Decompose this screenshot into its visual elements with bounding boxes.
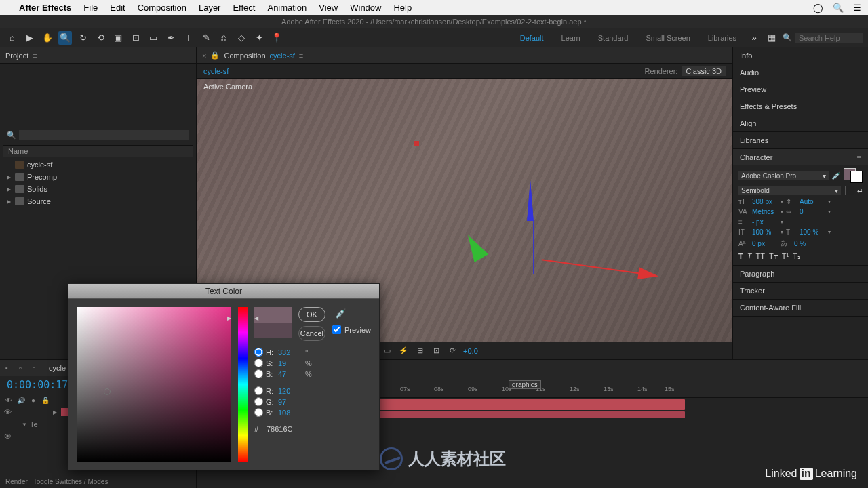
s-radio[interactable] (254, 359, 263, 367)
3d-gizmo[interactable] (522, 275, 523, 276)
tracking-value[interactable]: 0 (800, 208, 825, 216)
baseline-value[interactable]: 0 px (752, 240, 778, 247)
dialog-title[interactable]: Text Color (68, 284, 379, 299)
layer2-visibility-icon[interactable]: 👁 (4, 432, 14, 441)
brush-tool-icon[interactable]: ✎ (199, 31, 213, 45)
app-name[interactable]: After Effects (19, 3, 71, 13)
workspace-libraries[interactable]: Libraries (701, 32, 743, 44)
layer-twirl-icon[interactable]: ▶ (53, 409, 58, 415)
flowchart-icon[interactable]: ▫ (33, 364, 43, 372)
project-search-input[interactable] (19, 130, 189, 140)
renderer-mode[interactable]: Classic 3D (682, 66, 726, 76)
hand-tool-icon[interactable]: ✋ (41, 31, 54, 45)
anchor-tool-icon[interactable]: ⊡ (129, 31, 142, 45)
eraser-tool-icon[interactable]: ◇ (235, 31, 248, 45)
vscale-value[interactable]: 100 % (752, 228, 778, 236)
orbit-tool-icon[interactable]: ↻ (76, 31, 90, 45)
panel-effects-presets[interactable]: Effects & Presets (733, 98, 868, 115)
superscript-button[interactable]: T¹ (782, 252, 789, 261)
audio-col-icon[interactable]: 🔊 (16, 396, 26, 404)
solo-col-icon[interactable]: ● (28, 396, 38, 404)
b-value[interactable]: 47 (278, 370, 302, 378)
panel-tracker[interactable]: Tracker (733, 283, 868, 299)
swap-colors-icon[interactable]: ⇄ (857, 187, 863, 194)
panel-menu-icon[interactable]: ≡ (33, 52, 37, 60)
selection-tool-icon[interactable]: ▶ (23, 31, 37, 45)
rotate-tool-icon[interactable]: ⟲ (94, 31, 107, 45)
panel-paragraph[interactable]: Paragraph (733, 266, 868, 282)
exposure-value[interactable]: +0.0 (463, 347, 478, 355)
comp-tab-name[interactable]: cycle-sf (270, 52, 295, 60)
close-tab-icon[interactable]: × (202, 52, 206, 60)
color-field-cursor[interactable] (104, 388, 111, 395)
hscale-value[interactable]: 100 % (800, 228, 825, 236)
ok-button[interactable]: OK (298, 307, 326, 322)
g-radio[interactable] (254, 397, 263, 406)
eyedropper-tool-icon[interactable]: 💉 (335, 308, 346, 319)
menu-layer[interactable]: Layer (199, 3, 221, 13)
timeline-tab-icon[interactable]: ▪ (5, 364, 16, 372)
menu-view[interactable]: View (319, 3, 338, 13)
h-radio[interactable] (254, 348, 263, 357)
old-color-swatch[interactable] (254, 323, 292, 338)
menu-effect[interactable]: Effect (233, 3, 255, 13)
pen-tool-icon[interactable]: ✒ (164, 31, 178, 45)
project-item-solids[interactable]: ▶Solids (3, 183, 193, 195)
marker-graphics[interactable]: graphics (509, 380, 541, 389)
r-value[interactable]: 120 (278, 387, 302, 395)
shape-tool-icon[interactable]: ▭ (146, 31, 160, 45)
project-panel-header[interactable]: Project ≡ (0, 47, 196, 64)
type-tool-icon[interactable]: T (182, 31, 195, 45)
camera-tool-icon[interactable]: ▣ (111, 31, 125, 45)
subscript-button[interactable]: T₁ (793, 252, 800, 261)
bold-button[interactable]: T (738, 252, 743, 261)
x-axis-icon[interactable] (542, 259, 656, 277)
smallcaps-button[interactable]: Tᴛ (769, 252, 778, 261)
workspace-default[interactable]: Default (513, 32, 551, 44)
menu-file[interactable]: File (83, 3, 98, 13)
workspace-smallscreen[interactable]: Small Screen (639, 32, 696, 44)
leading-value[interactable]: Auto (800, 198, 825, 205)
menu-composition[interactable]: Composition (138, 3, 186, 13)
y-axis-icon[interactable] (527, 180, 534, 221)
stroke-width-value[interactable]: - px (752, 218, 778, 226)
hue-slider[interactable] (238, 307, 248, 462)
b2-radio[interactable] (254, 408, 263, 417)
video-col-icon[interactable]: 👁 (4, 396, 14, 404)
pixel-aspect-icon[interactable]: ▭ (382, 346, 393, 355)
toggle-switches-button[interactable]: Toggle Switches / Modes (33, 478, 108, 485)
font-size-value[interactable]: 308 px (752, 198, 778, 205)
font-style-dropdown[interactable]: Semibold▾ (738, 186, 841, 195)
menu-edit[interactable]: Edit (110, 3, 125, 13)
home-icon[interactable]: ⌂ (5, 31, 19, 45)
timecode[interactable]: 0:00:00:17 (7, 379, 68, 391)
menu-window[interactable]: Window (350, 3, 381, 13)
layer-visibility-icon[interactable]: 👁 (4, 408, 14, 416)
lock-icon[interactable]: 🔒 (210, 51, 220, 60)
panel-audio[interactable]: Audio (733, 64, 868, 81)
search-help-input[interactable] (795, 33, 863, 43)
panel-preview[interactable]: Preview (733, 81, 868, 98)
font-family-dropdown[interactable]: Adobe Caslon Pro▾ (738, 171, 829, 180)
project-column-name[interactable]: Name (3, 145, 193, 157)
s-value[interactable]: 19 (278, 359, 302, 367)
b-radio[interactable] (254, 369, 263, 378)
workspace-reset-icon[interactable]: ▦ (765, 31, 778, 45)
h-value[interactable]: 332 (278, 348, 302, 357)
project-item-cycle-sf[interactable]: cycle-sf (3, 159, 193, 171)
hex-value[interactable]: 78616C (267, 425, 293, 433)
lock-col-icon[interactable]: 🔒 (41, 396, 50, 404)
menu-extra-icon[interactable]: ☰ (853, 3, 861, 13)
project-item-precomp[interactable]: ▶Precomp (3, 171, 193, 183)
puppet-tool-icon[interactable]: 📍 (270, 31, 283, 45)
spotlight-icon[interactable]: 🔍 (833, 3, 844, 13)
panel-align[interactable]: Align (733, 115, 868, 131)
reset-exposure-icon[interactable]: ⟳ (447, 346, 458, 355)
fill-stroke-swatch[interactable] (844, 168, 863, 183)
roto-tool-icon[interactable]: ✦ (252, 31, 266, 45)
timeline-link-icon[interactable]: ⊞ (414, 346, 425, 355)
workspace-learn[interactable]: Learn (555, 32, 587, 44)
new-color-swatch[interactable] (254, 307, 292, 323)
menu-animation[interactable]: Animation (267, 3, 307, 13)
preview-checkbox-row[interactable]: Preview (332, 325, 371, 334)
